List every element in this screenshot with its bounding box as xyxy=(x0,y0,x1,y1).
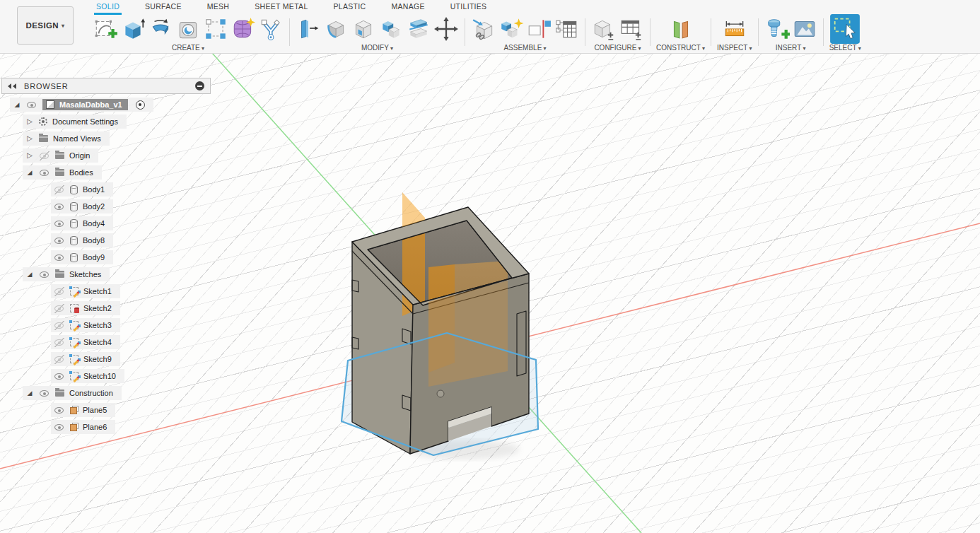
expand-arrow-icon[interactable] xyxy=(25,271,34,278)
group-configure: CONFIGURE xyxy=(588,14,648,52)
component-icon xyxy=(46,100,54,109)
group-label-construct[interactable]: CONSTRUCT xyxy=(656,44,705,52)
create-sketch-icon[interactable] xyxy=(93,16,118,42)
browser-item-body1[interactable]: Body1 xyxy=(51,182,113,197)
insert-derive-icon[interactable] xyxy=(471,16,496,42)
visibility-eye-off-icon[interactable] xyxy=(54,355,65,364)
extrude-icon[interactable] xyxy=(120,16,146,42)
canvas-icon[interactable] xyxy=(792,16,817,42)
bom-table-icon[interactable] xyxy=(554,16,579,42)
expand-arrow-icon[interactable] xyxy=(25,118,34,125)
joint-icon[interactable] xyxy=(526,16,552,42)
expand-arrow-icon[interactable] xyxy=(25,152,34,159)
collapse-panel-icon[interactable] xyxy=(8,83,18,90)
visibility-eye-icon[interactable] xyxy=(54,372,65,381)
browser-item-document-settings[interactable]: Document Settings xyxy=(23,115,127,129)
browser-item-sketch2[interactable]: Sketch2 xyxy=(51,301,120,315)
toolbar-separator xyxy=(585,18,585,46)
revolve-icon[interactable] xyxy=(148,16,173,42)
group-label-assemble[interactable]: ASSEMBLE xyxy=(503,44,546,52)
create-form-icon[interactable] xyxy=(231,16,256,42)
measure-icon[interactable] xyxy=(722,16,747,42)
browser-item-sketch3[interactable]: Sketch3 xyxy=(51,318,120,332)
browser-item-plane5[interactable]: Plane5 xyxy=(51,403,115,417)
activate-component-icon[interactable] xyxy=(136,100,145,110)
fillet-icon[interactable] xyxy=(323,16,349,42)
visibility-eye-icon[interactable] xyxy=(54,236,65,245)
browser-tree: MasalaDabba_v1 Document Settings Named V… xyxy=(1,98,211,434)
browser-item-plane6[interactable]: Plane6 xyxy=(51,420,115,434)
expand-arrow-icon[interactable] xyxy=(25,169,34,176)
group-label-modify[interactable]: MODIFY xyxy=(361,44,393,52)
split-body-icon[interactable] xyxy=(406,16,431,42)
browser-item-sketch10[interactable]: Sketch10 xyxy=(51,369,124,383)
configuration-table-icon[interactable] xyxy=(619,16,644,42)
browser-item-named-views[interactable]: Named Views xyxy=(23,131,110,146)
body-icon xyxy=(70,202,78,211)
visibility-eye-icon[interactable] xyxy=(39,168,50,177)
group-label-insert[interactable]: INSERT xyxy=(776,44,806,52)
expand-arrow-icon[interactable] xyxy=(25,390,34,397)
tab-plastic[interactable]: PLASTIC xyxy=(332,0,368,15)
group-label-inspect[interactable]: INSPECT xyxy=(717,44,752,52)
combine-icon[interactable] xyxy=(378,16,404,42)
construction-plane-icon[interactable] xyxy=(668,16,694,42)
press-pull-icon[interactable] xyxy=(296,16,321,42)
visibility-eye-icon[interactable] xyxy=(54,423,65,432)
new-component-icon[interactable] xyxy=(498,16,524,42)
browser-item-root[interactable]: MasalaDabba_v1 xyxy=(10,98,153,112)
visibility-eye-off-icon[interactable] xyxy=(54,338,65,347)
expand-arrow-icon[interactable] xyxy=(13,101,21,108)
visibility-eye-icon[interactable] xyxy=(39,270,50,279)
tab-solid[interactable]: SOLID xyxy=(94,0,122,15)
tab-mesh[interactable]: MESH xyxy=(205,0,232,15)
visibility-eye-off-icon[interactable] xyxy=(54,321,65,330)
visibility-eye-icon[interactable] xyxy=(54,202,65,211)
folder-icon xyxy=(55,152,64,159)
pilot-hole xyxy=(437,390,444,397)
configuration-icon[interactable] xyxy=(591,16,617,42)
group-construct: CONSTRUCT xyxy=(653,14,708,52)
select-window-icon[interactable] xyxy=(829,13,861,45)
visibility-eye-off-icon[interactable] xyxy=(39,151,50,160)
visibility-eye-icon[interactable] xyxy=(39,389,50,398)
visibility-eye-off-icon[interactable] xyxy=(54,287,65,296)
tab-utilities[interactable]: UTILITIES xyxy=(448,0,489,15)
3d-viewport[interactable]: BROWSER MasalaDabba_v1 Document Settings xyxy=(0,0,980,533)
browser-item-body9[interactable]: Body9 xyxy=(51,250,113,264)
visibility-eye-icon[interactable] xyxy=(54,406,65,415)
browser-item-sketch4[interactable]: Sketch4 xyxy=(51,335,120,349)
browser-item-bodies[interactable]: Bodies xyxy=(23,165,102,180)
browser-item-body2[interactable]: Body2 xyxy=(51,199,113,213)
move-copy-icon[interactable] xyxy=(433,16,459,42)
visibility-eye-icon[interactable] xyxy=(26,100,37,110)
browser-item-construction[interactable]: Construction xyxy=(23,386,122,400)
minimize-panel-icon[interactable] xyxy=(195,81,204,90)
selected-root-chip[interactable]: MasalaDabba_v1 xyxy=(42,99,128,110)
browser-item-body8[interactable]: Body8 xyxy=(51,233,113,247)
visibility-eye-icon[interactable] xyxy=(54,253,65,262)
browser-item-sketches[interactable]: Sketches xyxy=(23,267,110,281)
visibility-eye-icon[interactable] xyxy=(54,219,65,228)
shell-icon[interactable] xyxy=(351,16,376,42)
hole-icon[interactable] xyxy=(175,16,201,42)
tab-manage[interactable]: MANAGE xyxy=(389,0,426,15)
workspace-switcher-button[interactable]: DESIGN xyxy=(17,6,74,45)
tab-sheet-metal[interactable]: SHEET METAL xyxy=(252,0,310,15)
browser-item-sketch1[interactable]: Sketch1 xyxy=(51,284,120,298)
rectangular-pattern-icon[interactable] xyxy=(203,16,228,42)
tab-surface[interactable]: SURFACE xyxy=(143,0,184,15)
expand-arrow-icon[interactable] xyxy=(25,135,34,142)
browser-item-body4[interactable]: Body4 xyxy=(51,216,113,230)
visibility-eye-off-icon[interactable] xyxy=(54,304,65,313)
pipe-icon[interactable] xyxy=(258,16,284,42)
group-label-select[interactable]: SELECT xyxy=(829,44,861,52)
browser-item-origin[interactable]: Origin xyxy=(23,148,98,163)
visibility-eye-off-icon[interactable] xyxy=(54,185,65,194)
group-label-create[interactable]: CREATE xyxy=(172,44,204,52)
insert-fastener-icon[interactable] xyxy=(764,16,790,42)
construction-plane-icon xyxy=(70,406,78,414)
toolbar-separator xyxy=(758,18,759,46)
group-label-configure[interactable]: CONFIGURE xyxy=(594,44,641,52)
browser-item-sketch9[interactable]: Sketch9 xyxy=(51,352,120,366)
